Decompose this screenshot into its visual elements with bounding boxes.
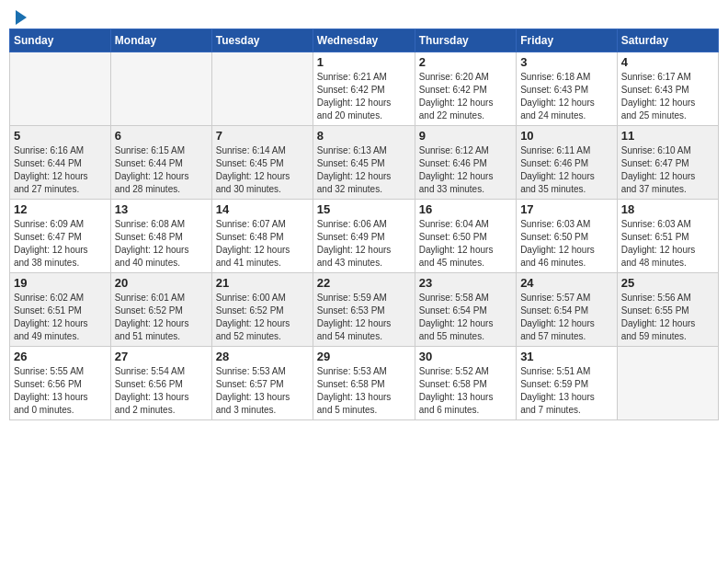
day-info: Sunrise: 6:04 AM Sunset: 6:50 PM Dayligh…: [419, 218, 512, 270]
day-info: Sunrise: 6:16 AM Sunset: 6:44 PM Dayligh…: [14, 144, 107, 196]
calendar-cell: 14Sunrise: 6:07 AM Sunset: 6:48 PM Dayli…: [211, 200, 313, 273]
day-number: 10: [520, 129, 613, 143]
day-number: 15: [317, 202, 411, 216]
day-number: 25: [621, 276, 714, 290]
day-number: 9: [419, 129, 512, 143]
day-number: 31: [520, 350, 613, 363]
day-number: 8: [317, 129, 411, 143]
day-number: 27: [115, 350, 208, 363]
day-info: Sunrise: 6:06 AM Sunset: 6:49 PM Dayligh…: [317, 218, 411, 270]
weekday-header-row: SundayMondayTuesdayWednesdayThursdayFrid…: [10, 29, 719, 52]
day-number: 12: [14, 202, 107, 216]
day-number: 29: [317, 350, 411, 363]
calendar-cell: 18Sunrise: 6:03 AM Sunset: 6:51 PM Dayli…: [617, 200, 718, 273]
day-info: Sunrise: 6:17 AM Sunset: 6:43 PM Dayligh…: [621, 71, 714, 122]
calendar-cell: 21Sunrise: 6:00 AM Sunset: 6:52 PM Dayli…: [211, 273, 313, 347]
day-info: Sunrise: 6:07 AM Sunset: 6:48 PM Dayligh…: [216, 218, 309, 270]
day-info: Sunrise: 6:03 AM Sunset: 6:51 PM Dayligh…: [621, 218, 714, 270]
day-info: Sunrise: 5:54 AM Sunset: 6:56 PM Dayligh…: [115, 365, 208, 417]
week-row-5: 26Sunrise: 5:55 AM Sunset: 6:56 PM Dayli…: [10, 347, 719, 420]
calendar-cell: 19Sunrise: 6:02 AM Sunset: 6:51 PM Dayli…: [10, 273, 111, 347]
day-number: 1: [317, 55, 411, 69]
calendar-cell: 25Sunrise: 5:56 AM Sunset: 6:55 PM Dayli…: [617, 273, 718, 347]
calendar-cell: 4Sunrise: 6:17 AM Sunset: 6:43 PM Daylig…: [617, 52, 718, 126]
calendar-cell: 5Sunrise: 6:16 AM Sunset: 6:44 PM Daylig…: [10, 126, 111, 200]
day-info: Sunrise: 6:13 AM Sunset: 6:45 PM Dayligh…: [317, 144, 411, 196]
day-number: 17: [520, 202, 613, 216]
day-info: Sunrise: 6:02 AM Sunset: 6:51 PM Dayligh…: [14, 292, 107, 343]
day-number: 11: [621, 129, 714, 143]
calendar-cell: [10, 52, 111, 126]
logo: [13, 9, 27, 21]
day-info: Sunrise: 6:11 AM Sunset: 6:46 PM Dayligh…: [520, 144, 613, 196]
day-info: Sunrise: 6:10 AM Sunset: 6:47 PM Dayligh…: [621, 144, 714, 196]
calendar-cell: 28Sunrise: 5:53 AM Sunset: 6:57 PM Dayli…: [211, 347, 313, 420]
day-number: 23: [419, 276, 512, 290]
calendar-cell: 13Sunrise: 6:08 AM Sunset: 6:48 PM Dayli…: [110, 200, 211, 273]
day-number: 24: [520, 276, 613, 290]
calendar-cell: [617, 347, 718, 420]
logo-arrow-icon: [16, 10, 27, 25]
day-info: Sunrise: 6:15 AM Sunset: 6:44 PM Dayligh…: [115, 144, 208, 196]
calendar-cell: 20Sunrise: 6:01 AM Sunset: 6:52 PM Dayli…: [110, 273, 211, 347]
day-number: 6: [115, 129, 208, 143]
day-number: 18: [621, 202, 714, 216]
day-info: Sunrise: 6:12 AM Sunset: 6:46 PM Dayligh…: [419, 144, 512, 196]
day-info: Sunrise: 6:18 AM Sunset: 6:43 PM Dayligh…: [520, 71, 613, 122]
calendar-cell: [110, 52, 211, 126]
day-number: 2: [419, 55, 512, 69]
day-number: 30: [419, 350, 512, 363]
calendar-cell: 24Sunrise: 5:57 AM Sunset: 6:54 PM Dayli…: [517, 273, 618, 347]
week-row-1: 1Sunrise: 6:21 AM Sunset: 6:42 PM Daylig…: [10, 52, 719, 126]
weekday-header-monday: Monday: [110, 29, 211, 52]
calendar-cell: 8Sunrise: 6:13 AM Sunset: 6:45 PM Daylig…: [313, 126, 415, 200]
calendar-cell: 1Sunrise: 6:21 AM Sunset: 6:42 PM Daylig…: [313, 52, 415, 126]
week-row-4: 19Sunrise: 6:02 AM Sunset: 6:51 PM Dayli…: [10, 273, 719, 347]
day-number: 21: [216, 276, 309, 290]
day-number: 26: [14, 350, 107, 363]
day-info: Sunrise: 5:56 AM Sunset: 6:55 PM Dayligh…: [621, 292, 714, 343]
calendar-cell: 30Sunrise: 5:52 AM Sunset: 6:58 PM Dayli…: [415, 347, 516, 420]
calendar-cell: 31Sunrise: 5:51 AM Sunset: 6:59 PM Dayli…: [517, 347, 618, 420]
calendar-cell: 12Sunrise: 6:09 AM Sunset: 6:47 PM Dayli…: [10, 200, 111, 273]
day-info: Sunrise: 5:59 AM Sunset: 6:53 PM Dayligh…: [317, 292, 411, 343]
calendar-cell: 3Sunrise: 6:18 AM Sunset: 6:43 PM Daylig…: [517, 52, 618, 126]
day-info: Sunrise: 6:03 AM Sunset: 6:50 PM Dayligh…: [520, 218, 613, 270]
day-number: 22: [317, 276, 411, 290]
day-number: 13: [115, 202, 208, 216]
day-number: 7: [216, 129, 309, 143]
week-row-3: 12Sunrise: 6:09 AM Sunset: 6:47 PM Dayli…: [10, 200, 719, 273]
day-info: Sunrise: 5:55 AM Sunset: 6:56 PM Dayligh…: [14, 365, 107, 417]
day-number: 3: [520, 55, 613, 69]
calendar-cell: 9Sunrise: 6:12 AM Sunset: 6:46 PM Daylig…: [415, 126, 516, 200]
day-info: Sunrise: 5:57 AM Sunset: 6:54 PM Dayligh…: [520, 292, 613, 343]
calendar-cell: 23Sunrise: 5:58 AM Sunset: 6:54 PM Dayli…: [415, 273, 516, 347]
calendar-cell: 7Sunrise: 6:14 AM Sunset: 6:45 PM Daylig…: [211, 126, 313, 200]
day-number: 28: [216, 350, 309, 363]
calendar-cell: 29Sunrise: 5:53 AM Sunset: 6:58 PM Dayli…: [313, 347, 415, 420]
calendar-table: SundayMondayTuesdayWednesdayThursdayFrid…: [9, 29, 719, 420]
weekday-header-friday: Friday: [517, 29, 618, 52]
weekday-header-saturday: Saturday: [617, 29, 718, 52]
day-info: Sunrise: 6:01 AM Sunset: 6:52 PM Dayligh…: [115, 292, 208, 343]
calendar-cell: 27Sunrise: 5:54 AM Sunset: 6:56 PM Dayli…: [110, 347, 211, 420]
day-number: 14: [216, 202, 309, 216]
weekday-header-thursday: Thursday: [415, 29, 516, 52]
calendar-cell: 6Sunrise: 6:15 AM Sunset: 6:44 PM Daylig…: [110, 126, 211, 200]
weekday-header-wednesday: Wednesday: [313, 29, 415, 52]
day-number: 4: [621, 55, 714, 69]
day-info: Sunrise: 5:51 AM Sunset: 6:59 PM Dayligh…: [520, 365, 613, 417]
calendar-cell: 16Sunrise: 6:04 AM Sunset: 6:50 PM Dayli…: [415, 200, 516, 273]
day-number: 19: [14, 276, 107, 290]
calendar-cell: 26Sunrise: 5:55 AM Sunset: 6:56 PM Dayli…: [10, 347, 111, 420]
day-info: Sunrise: 6:21 AM Sunset: 6:42 PM Dayligh…: [317, 71, 411, 122]
day-info: Sunrise: 6:14 AM Sunset: 6:45 PM Dayligh…: [216, 144, 309, 196]
day-info: Sunrise: 5:53 AM Sunset: 6:57 PM Dayligh…: [216, 365, 309, 417]
calendar-cell: 2Sunrise: 6:20 AM Sunset: 6:42 PM Daylig…: [415, 52, 516, 126]
calendar-cell: 15Sunrise: 6:06 AM Sunset: 6:49 PM Dayli…: [313, 200, 415, 273]
weekday-header-tuesday: Tuesday: [211, 29, 313, 52]
calendar-cell: 17Sunrise: 6:03 AM Sunset: 6:50 PM Dayli…: [517, 200, 618, 273]
day-info: Sunrise: 6:08 AM Sunset: 6:48 PM Dayligh…: [115, 218, 208, 270]
day-number: 20: [115, 276, 208, 290]
weekday-header-sunday: Sunday: [10, 29, 111, 52]
